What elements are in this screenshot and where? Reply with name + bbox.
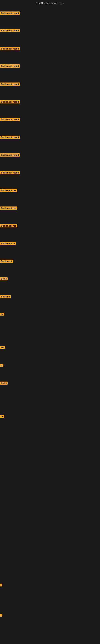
bottleneck-row-4: Bottleneck result (0, 64, 20, 68)
bottleneck-badge-24[interactable]: | (0, 614, 2, 617)
bottleneck-row-21: Bottle (0, 382, 8, 386)
bottleneck-badge-18[interactable]: Bo (0, 313, 4, 316)
bottleneck-badge-11[interactable]: Bottleneck res (0, 189, 17, 192)
bottleneck-row-16: Bottle (0, 277, 8, 281)
bottleneck-row-23: | (0, 584, 2, 587)
bottleneck-badge-21[interactable]: Bottle (0, 382, 8, 384)
bottleneck-row-11: Bottleneck res (0, 189, 17, 193)
bottleneck-badge-8[interactable]: Bottleneck result (0, 136, 20, 139)
bottleneck-badge-22[interactable]: Bo (0, 415, 4, 418)
bottleneck-badge-6[interactable]: Bottleneck result (0, 100, 20, 104)
bottleneck-row-6: Bottleneck result (0, 100, 20, 104)
bottleneck-badge-15[interactable]: Bottleneck (0, 260, 13, 263)
bottleneck-badge-9[interactable]: Bottleneck result (0, 153, 20, 156)
bottleneck-row-10: Bottleneck result (0, 171, 20, 175)
bottleneck-badge-19[interactable]: Bot (0, 346, 5, 349)
bottleneck-row-7: Bottleneck result (0, 118, 20, 122)
bottleneck-row-9: Bottleneck result (0, 153, 20, 158)
bottleneck-row-22: Bo (0, 415, 4, 418)
bottleneck-row-2: Bottleneck result (0, 29, 20, 33)
bottleneck-row-17: Bottlene (0, 295, 11, 299)
bottleneck-row-24: | (0, 614, 2, 618)
bottleneck-badge-1[interactable]: Bottleneck result (0, 12, 20, 15)
bottleneck-row-15: Bottleneck (0, 260, 13, 264)
bottleneck-badge-16[interactable]: Bottle (0, 277, 8, 280)
bottleneck-row-5: Bottleneck result (0, 82, 20, 86)
bottleneck-row-13: Bottleneck res (0, 224, 17, 228)
site-title: TheBottlenecker.com (0, 0, 100, 6)
bottleneck-badge-14[interactable]: Bottleneck re (0, 242, 16, 245)
bottleneck-badge-2[interactable]: Bottleneck result (0, 29, 20, 32)
bottleneck-badge-17[interactable]: Bottlene (0, 295, 11, 298)
bottleneck-row-3: Bottleneck result (0, 47, 20, 51)
bottleneck-badge-5[interactable]: Bottleneck result (0, 82, 20, 86)
bottleneck-row-19: Bot (0, 346, 5, 350)
bottleneck-row-20: B (0, 364, 3, 368)
bottleneck-badge-13[interactable]: Bottleneck res (0, 224, 17, 228)
bottleneck-row-8: Bottleneck result (0, 136, 20, 140)
bottleneck-row-18: Bo (0, 313, 4, 316)
bottleneck-row-14: Bottleneck re (0, 242, 16, 246)
bottleneck-badge-3[interactable]: Bottleneck result (0, 47, 20, 50)
bottleneck-badge-23[interactable]: | (0, 584, 2, 586)
bottleneck-badge-12[interactable]: Bottleneck res (0, 206, 17, 210)
bottleneck-row-12: Bottleneck res (0, 206, 17, 210)
bottleneck-badge-10[interactable]: Bottleneck result (0, 171, 20, 174)
bottleneck-badge-4[interactable]: Bottleneck result (0, 64, 20, 68)
bottleneck-row-1: Bottleneck result (0, 12, 20, 16)
bottleneck-badge-7[interactable]: Bottleneck result (0, 118, 20, 121)
bottleneck-badge-20[interactable]: B (0, 364, 3, 367)
